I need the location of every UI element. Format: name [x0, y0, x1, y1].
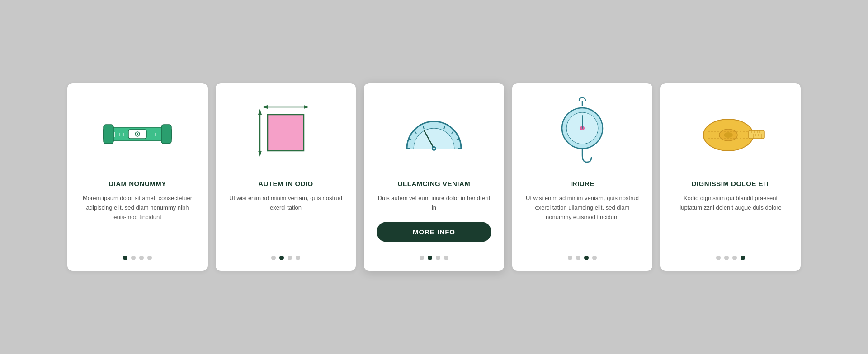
dot: [724, 256, 729, 260]
svg-marker-18: [258, 109, 262, 115]
card-4-icon-area: [525, 97, 640, 169]
dot: [428, 256, 432, 260]
dot: [271, 256, 276, 260]
dot: [576, 256, 580, 260]
dot: [592, 256, 597, 260]
dot: [732, 256, 737, 260]
card-5-text: Kodio dignissim qui blandit praesent lup…: [673, 194, 788, 242]
card-1: DIAM NONUMMY Morem ipsum dolor sit amet,…: [67, 83, 208, 271]
svg-marker-16: [304, 105, 310, 109]
card-1-icon-area: [80, 97, 195, 169]
card-5-icon-area: [673, 97, 788, 169]
card-2-title: AUTEM IN ODIO: [258, 180, 313, 187]
card-2-dots: [271, 251, 300, 260]
dot: [568, 256, 572, 260]
dot: [131, 256, 136, 260]
scale-dial-icon: [398, 108, 470, 158]
card-3-dots: [420, 251, 448, 260]
svg-rect-1: [104, 125, 113, 144]
card-5: DIGNISSIM DOLOE EIT Kodio dignissim qui …: [660, 83, 801, 271]
dot: [288, 256, 292, 260]
svg-rect-12: [268, 115, 304, 151]
svg-rect-39: [749, 130, 764, 139]
hanging-scale-icon: [553, 97, 612, 169]
dot: [279, 256, 284, 260]
cards-container: DIAM NONUMMY Morem ipsum dolor sit amet,…: [40, 65, 828, 289]
card-3-title: ULLAMCING VENIAM: [398, 180, 471, 187]
svg-rect-2: [161, 125, 171, 144]
more-info-button[interactable]: MORE INFO: [377, 222, 491, 242]
svg-point-5: [137, 133, 138, 135]
dot: [420, 256, 424, 260]
card-4-text: Ut wisi enim ad minim veniam, quis nostr…: [525, 194, 640, 242]
dot: [139, 256, 144, 260]
card-1-dots: [123, 251, 152, 260]
dot: [123, 256, 127, 260]
dot: [584, 256, 589, 260]
svg-marker-15: [262, 105, 268, 109]
card-5-dots: [716, 251, 745, 260]
card-5-title: DIGNISSIM DOLOE EIT: [692, 180, 770, 187]
svg-marker-19: [258, 151, 262, 157]
card-1-text: Morem ipsum dolor sit amet, consectetuer…: [80, 194, 195, 242]
card-1-title: DIAM NONUMMY: [108, 180, 166, 187]
svg-point-31: [433, 148, 435, 149]
dot: [147, 256, 152, 260]
card-2: AUTEM IN ODIO Ut wisi enim ad minim veni…: [216, 83, 356, 271]
level-ruler-icon: [101, 115, 174, 151]
card-3-text: Duis autem vel eum iriure dolor in hendr…: [377, 194, 491, 213]
card-4: IRIURE Ut wisi enim ad minim veniam, qui…: [512, 83, 652, 271]
tape-measure-icon: [694, 110, 767, 155]
card-3: ULLAMCING VENIAM Duis autem vel eum iriu…: [364, 83, 504, 271]
card-4-dots: [568, 251, 597, 260]
card-3-icon-area: [377, 97, 491, 169]
dimension-arrows-icon: [252, 99, 320, 167]
svg-point-38: [724, 132, 733, 138]
dot: [716, 256, 721, 260]
card-2-icon-area: [228, 97, 343, 169]
card-2-text: Ut wisi enim ad minim veniam, quis nostr…: [228, 194, 343, 242]
card-4-title: IRIURE: [570, 180, 594, 187]
dot: [436, 256, 440, 260]
dot: [444, 256, 448, 260]
dot: [296, 256, 300, 260]
dot: [741, 256, 745, 260]
